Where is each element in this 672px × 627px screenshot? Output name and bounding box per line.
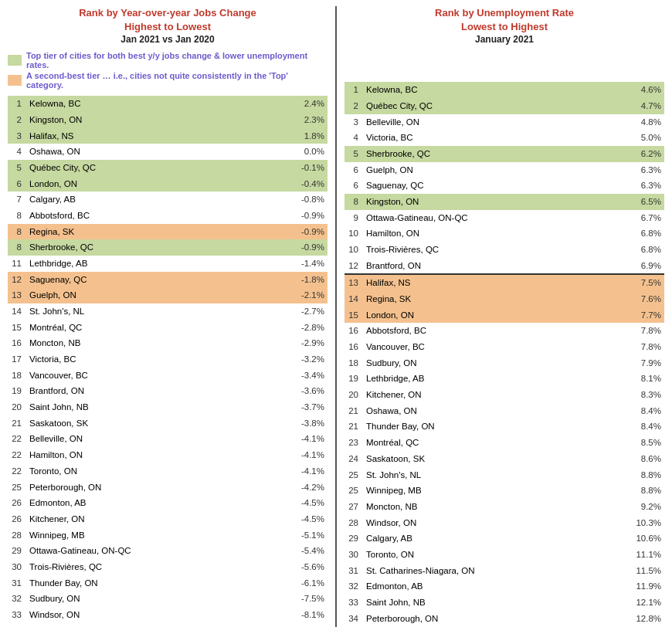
value-cell: -3.7% xyxy=(285,399,328,415)
table-row: 26Kitchener, ON-4.5% xyxy=(8,511,328,527)
table-row: 20Kitchener, ON8.3% xyxy=(344,387,664,403)
value-cell: 11.5% xyxy=(622,563,664,579)
rank-cell: 16 xyxy=(344,323,361,339)
right-panel-title: Rank by Unemployment Rate Lowest to High… xyxy=(344,6,664,34)
table-row: 6Saguenay, QC6.3% xyxy=(344,178,664,194)
table-row: 8Kingston, ON6.5% xyxy=(344,194,664,210)
value-cell: -5.1% xyxy=(285,527,328,544)
rank-cell: 5 xyxy=(344,146,361,162)
name-cell: Vancouver, BC xyxy=(25,368,285,384)
main-container: Rank by Year-over-year Jobs Change Highe… xyxy=(0,0,672,627)
name-cell: Victoria, BC xyxy=(361,130,622,146)
table-row: 14St. John's, NL-2.7% xyxy=(8,303,328,320)
name-cell: Toronto, ON xyxy=(25,463,285,480)
value-cell: -6.1% xyxy=(285,575,328,591)
name-cell: Kitchener, ON xyxy=(361,387,622,403)
rank-cell: 25 xyxy=(344,483,361,499)
rank-cell: 26 xyxy=(8,495,25,511)
rank-cell: 8 xyxy=(8,224,25,240)
name-cell: Calgary, AB xyxy=(25,191,285,208)
table-row: 2Kingston, ON2.3% xyxy=(8,112,328,128)
table-row: 15London, ON7.7% xyxy=(344,307,664,324)
panels-container: Rank by Year-over-year Jobs Change Highe… xyxy=(8,6,664,627)
rank-cell: 8 xyxy=(8,239,25,256)
table-row: 31Thunder Bay, ON-6.1% xyxy=(8,575,328,591)
rank-cell: 21 xyxy=(344,419,361,435)
name-cell: Saguenay, QC xyxy=(361,178,622,194)
rank-cell: 14 xyxy=(344,291,361,307)
name-cell: Vancouver, BC xyxy=(361,339,622,355)
table-row: 18Vancouver, BC-3.4% xyxy=(8,368,328,384)
table-row: 34St. Catharines-Niagara, ON-10.8% xyxy=(8,623,328,627)
rank-cell: 10 xyxy=(344,242,361,258)
table-row: 4Oshawa, ON0.0% xyxy=(8,144,328,160)
value-cell: -3.4% xyxy=(285,368,328,384)
table-row: 30Toronto, ON11.1% xyxy=(344,547,664,563)
table-row: 14Regina, SK7.6% xyxy=(344,291,664,307)
name-cell: Lethbridge, AB xyxy=(25,256,285,272)
table-row: 33Saint John, NB12.1% xyxy=(344,595,664,611)
rank-cell: 13 xyxy=(344,274,361,291)
value-cell: -4.5% xyxy=(285,511,328,527)
rank-cell: 10 xyxy=(344,225,361,242)
name-cell: Calgary, AB xyxy=(361,530,622,547)
value-cell: 10.6% xyxy=(622,530,664,547)
table-row: 26Edmonton, AB-4.5% xyxy=(8,495,328,511)
value-cell: 9.2% xyxy=(622,499,664,515)
name-cell: Brantford, ON xyxy=(25,383,285,399)
name-cell: Regina, SK xyxy=(25,224,285,240)
table-row: 16Abbotsford, BC7.8% xyxy=(344,323,664,339)
value-cell: -4.1% xyxy=(285,463,328,480)
name-cell: Trois-Rivières, QC xyxy=(25,559,285,575)
table-row: 29Calgary, AB10.6% xyxy=(344,530,664,547)
rank-cell: 25 xyxy=(344,467,361,483)
rank-cell: 22 xyxy=(8,447,25,463)
name-cell: St. John's, NL xyxy=(25,303,285,320)
rank-cell: 14 xyxy=(8,303,25,320)
name-cell: Toronto, ON xyxy=(361,547,622,563)
table-row: 10Trois-Rivières, QC6.8% xyxy=(344,242,664,258)
value-cell: 7.5% xyxy=(622,274,664,291)
name-cell: Saint John, NB xyxy=(25,399,285,415)
value-cell: 8.8% xyxy=(622,483,664,499)
table-row: 8Regina, SK-0.9% xyxy=(8,224,328,240)
legend-orange-box xyxy=(8,75,22,86)
table-row: 32Edmonton, AB11.9% xyxy=(344,578,664,595)
rank-cell: 33 xyxy=(8,607,25,623)
rank-cell: 19 xyxy=(8,383,25,399)
name-cell: Edmonton, AB xyxy=(361,578,622,595)
name-cell: Halifax, NS xyxy=(25,128,285,144)
legend-orange-item: A second-best tier … i.e., cities not qu… xyxy=(8,71,328,90)
rank-cell: 4 xyxy=(8,144,25,160)
value-cell: -2.1% xyxy=(285,287,328,303)
rank-cell: 31 xyxy=(344,563,361,579)
legend-orange-text: A second-best tier … i.e., cities not qu… xyxy=(26,71,328,90)
name-cell: Québec City, QC xyxy=(361,98,622,114)
value-cell: -3.2% xyxy=(285,351,328,368)
value-cell: 2.4% xyxy=(285,96,328,112)
value-cell: 0.0% xyxy=(285,144,328,160)
right-data-table: 1Kelowna, BC4.6%2Québec City, QC4.7%3Bel… xyxy=(344,82,664,627)
rank-cell: 32 xyxy=(344,578,361,595)
right-legend-spacer xyxy=(344,48,664,82)
table-row: 7Calgary, AB-0.8% xyxy=(8,191,328,208)
name-cell: Kitchener, ON xyxy=(25,511,285,527)
rank-cell: 8 xyxy=(344,194,361,210)
name-cell: Regina, SK xyxy=(361,291,622,307)
name-cell: Sudbury, ON xyxy=(361,355,622,371)
value-cell: 6.9% xyxy=(622,258,664,275)
name-cell: Belleville, ON xyxy=(25,431,285,447)
rank-cell: 21 xyxy=(8,415,25,432)
rank-cell: 19 xyxy=(344,371,361,387)
rank-cell: 34 xyxy=(344,611,361,627)
name-cell: Winnipeg, MB xyxy=(361,483,622,499)
left-panel-subtitle: Jan 2021 vs Jan 2020 xyxy=(8,34,328,45)
value-cell: 6.8% xyxy=(622,242,664,258)
value-cell: 4.7% xyxy=(622,98,664,114)
name-cell: Kingston, ON xyxy=(25,112,285,128)
table-row: 1Kelowna, BC2.4% xyxy=(8,96,328,112)
name-cell: London, ON xyxy=(25,176,285,192)
value-cell: 7.8% xyxy=(622,339,664,355)
rank-cell: 6 xyxy=(344,162,361,178)
value-cell: 4.6% xyxy=(622,82,664,98)
